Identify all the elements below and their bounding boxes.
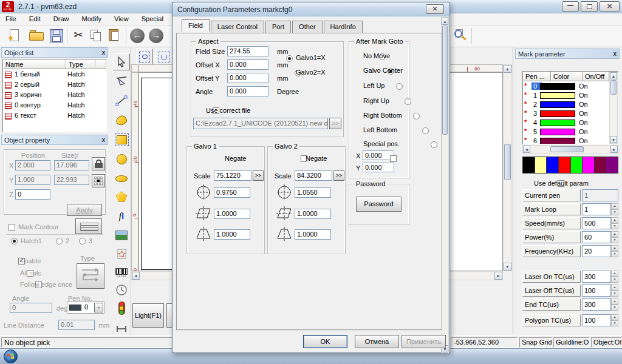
object-list-header[interactable]: Object list x [1, 47, 108, 58]
spinner[interactable]: ▲▼ [610, 298, 618, 311]
object-property-header[interactable]: Object property x [1, 135, 108, 145]
scroll-up-icon[interactable]: ▲ [504, 65, 511, 73]
password-button[interactable]: Password [356, 197, 402, 212]
galvo2-scale-browse-button[interactable]: >> [333, 170, 344, 181]
redo-button[interactable]: → [149, 29, 163, 43]
line-tool[interactable] [113, 92, 130, 109]
scroll-down-icon[interactable]: ▼ [504, 263, 511, 271]
io-tool[interactable] [113, 300, 130, 317]
spinner[interactable]: ▲▼ [610, 245, 618, 257]
pen-row[interactable]: * 6 On [523, 136, 600, 144]
palette-swatch[interactable] [595, 157, 607, 174]
object-row[interactable]: 1 белый Hatch [3, 70, 106, 80]
galvo2-parallel-input[interactable]: 1.0000 [295, 209, 331, 219]
paste-button[interactable] [108, 28, 122, 44]
palette-swatch[interactable] [547, 157, 559, 174]
tab-hardinfo[interactable]: HardInfo [324, 21, 363, 33]
rotate-param-button[interactable] [156, 49, 173, 66]
menu-file[interactable]: File [0, 13, 22, 24]
galvo2-bulge-input[interactable]: 1.0550 [295, 187, 331, 198]
y-position-field[interactable]: 1.000 [15, 175, 50, 185]
object-row[interactable]: 6 текст Hatch [3, 111, 106, 121]
galvo1x-radio[interactable] [286, 55, 293, 62]
image-tool[interactable] [113, 227, 130, 244]
spinner[interactable]: ▲▼ [610, 314, 618, 326]
y-size-field[interactable]: 22.993 [54, 175, 89, 185]
galvo1-scale-browse-button[interactable]: >> [253, 170, 264, 181]
object-row[interactable]: 3 коричн Hatch [3, 90, 106, 101]
object-list-close-icon[interactable]: x [101, 49, 105, 56]
close-button[interactable]: ✕ [600, 1, 620, 12]
scroll-right-icon[interactable]: ► [494, 272, 502, 280]
rectangle-tool[interactable] [113, 131, 130, 148]
menu-special[interactable]: Special [136, 13, 169, 24]
galvo2-trapezoid-input[interactable]: 1.0000 [295, 229, 331, 240]
cancel-button[interactable]: Отмена [355, 335, 399, 348]
field-size-input[interactable]: 274.55 [227, 46, 268, 56]
ok-button[interactable]: OK [303, 335, 347, 348]
dialog-angle-input[interactable]: 0.000 [227, 86, 268, 96]
curve-tool[interactable] [113, 112, 130, 129]
mark-contour-checkbox[interactable] [9, 224, 15, 231]
tab-port[interactable]: Port [265, 21, 291, 33]
aspect-lock-button[interactable] [92, 157, 105, 170]
col-header-color[interactable]: Color [551, 72, 583, 81]
galvo1-bulge-input[interactable]: 0.9750 [214, 187, 250, 198]
spinner[interactable]: ▲▼ [610, 231, 618, 243]
cut-button[interactable]: ✂ [71, 28, 86, 44]
copy-button[interactable] [89, 29, 104, 44]
spinner[interactable]: ▲▼ [610, 217, 618, 229]
galvo2-negate-checkbox[interactable] [390, 155, 397, 162]
goto-y-input[interactable]: 0.000 [363, 163, 394, 172]
menu-view[interactable]: View [109, 13, 134, 24]
dialog-vscroll-thumb[interactable] [442, 25, 448, 135]
line-distance-field[interactable]: 0.01 [58, 320, 95, 330]
pen-no-dropdown[interactable]: 0 ▼ [67, 302, 104, 314]
canvas-vscrollbar[interactable]: ▲ ▼ [503, 64, 512, 271]
tab-laser-control[interactable]: Laser Control [211, 21, 264, 33]
angle-field[interactable]: 0 [10, 303, 52, 313]
offset-y-input[interactable]: 0.000 [227, 73, 268, 83]
pen-row[interactable]: * 0 On [523, 82, 600, 91]
node-edit-tool[interactable] [113, 73, 130, 90]
menu-modify[interactable]: Modify [77, 13, 107, 24]
spinner[interactable]: ▲▼ [610, 285, 618, 297]
light-f1-button[interactable]: Light(F1) [132, 303, 164, 328]
pen-row[interactable]: * 1 On [523, 91, 600, 100]
pen-table-hscrollbar[interactable]: ◄ ► [522, 145, 618, 153]
spinner[interactable]: ▲▼ [610, 271, 618, 283]
dialog-titlebar[interactable]: Configuration Parameters markcfg0 ✕ [173, 2, 449, 16]
new-file-button[interactable]: ✶ [7, 29, 22, 43]
start-button[interactable] [4, 349, 18, 363]
mark-parameter-close-icon[interactable]: x [613, 50, 617, 57]
galvo1-trapezoid-input[interactable]: 1.0000 [214, 229, 250, 240]
browse-correct-file-button[interactable]: >> [329, 118, 341, 129]
minimize-button[interactable] [562, 1, 579, 12]
pen-vscroll-thumb[interactable] [610, 80, 617, 95]
tab-field[interactable]: Field [182, 19, 210, 32]
x-position-field[interactable]: 2.000 [15, 160, 50, 170]
hatch3-radio[interactable] [79, 238, 86, 244]
pen-hscroll-thumb[interactable] [550, 146, 584, 152]
palette-swatch[interactable] [606, 157, 618, 174]
col-header-type[interactable]: Type [66, 59, 95, 69]
text-tool[interactable]: fI [113, 207, 130, 224]
apply-dialog-button[interactable]: Применить [402, 335, 446, 348]
spinner[interactable]: ▲▼ [610, 203, 618, 215]
scroll-up-icon[interactable]: ▲ [442, 18, 448, 25]
delay-tool[interactable] [113, 281, 130, 298]
open-file-button[interactable] [29, 30, 45, 42]
scroll-left-icon[interactable]: ◄ [523, 146, 530, 153]
z-position-field[interactable]: 0 [15, 189, 50, 200]
palette-swatch[interactable] [571, 157, 583, 174]
dialog-close-button[interactable]: ✕ [426, 4, 444, 14]
hatch2-radio[interactable] [56, 238, 63, 244]
select-tool[interactable] [113, 53, 130, 70]
palette-swatch[interactable] [583, 157, 595, 174]
object-row[interactable]: 0 контур Hatch [3, 101, 106, 111]
palette-swatch[interactable] [522, 157, 535, 174]
palette-swatch[interactable] [535, 157, 547, 174]
col-header-pen[interactable]: Pen ... [523, 72, 551, 81]
mark-parameter-header[interactable]: Mark parameter x [515, 49, 620, 59]
restore-button[interactable] [581, 1, 598, 12]
